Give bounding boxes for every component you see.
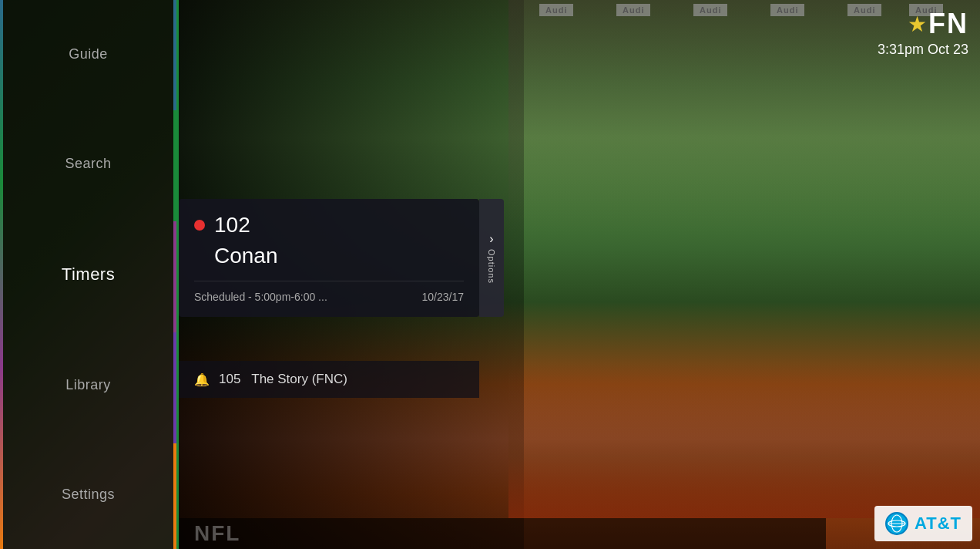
audi-banner-2: Audi — [616, 4, 650, 16]
second-channel-show: The Story (FNC) — [251, 372, 347, 386]
timers-label: Timers — [62, 264, 115, 285]
channel-schedule: Scheduled - 5:00pm-6:00 ... 10/23/17 — [194, 281, 464, 303]
second-channel-info: 105 The Story (FNC) — [219, 372, 347, 387]
schedule-date: 10/23/17 — [422, 291, 465, 303]
att-icon — [885, 512, 908, 535]
sidebar-item-guide[interactable]: Guide — [0, 31, 176, 78]
second-channel-number: 105 — [219, 372, 240, 386]
sidebar-item-search[interactable]: Search — [0, 140, 176, 187]
channel-card: 102 Conan Scheduled - 5:00pm-6:00 ... 10… — [179, 199, 479, 317]
audi-banner-5: Audi — [847, 4, 881, 16]
fn-star-icon: ★ — [908, 12, 927, 37]
settings-label: Settings — [62, 487, 115, 503]
options-tab[interactable]: › Options — [479, 199, 504, 317]
options-label: Options — [487, 249, 496, 284]
recording-dot — [194, 220, 205, 231]
field-bottom — [508, 364, 980, 518]
library-label: Library — [65, 377, 111, 393]
bottom-bar: NFL — [179, 518, 826, 549]
att-text: AT&T — [915, 514, 962, 534]
audi-banner-3: Audi — [693, 4, 727, 16]
bell-icon: 🔔 — [194, 372, 210, 387]
search-label: Search — [65, 156, 111, 172]
show-name: Conan — [194, 244, 464, 268]
broadcast-time: 3:31pm Oct 23 — [878, 42, 968, 58]
schedule-label: Scheduled - 5:00pm-6:00 ... — [194, 291, 327, 303]
fn-overlay: ★ FN 3:31pm Oct 23 — [878, 8, 968, 58]
sidebar: Guide Search Timers Library Settings — [0, 0, 179, 549]
channel-number: 102 — [214, 213, 250, 237]
audi-banner-1: Audi — [539, 4, 573, 16]
options-arrow-icon: › — [489, 232, 493, 246]
channel-number-row: 102 — [194, 213, 464, 237]
sidebar-item-library[interactable]: Library — [0, 362, 176, 409]
guide-label: Guide — [69, 46, 108, 62]
sidebar-item-timers[interactable]: Timers — [0, 249, 176, 300]
fn-text: FN — [928, 8, 968, 40]
fn-logo: ★ FN — [908, 8, 968, 40]
sidebar-item-settings[interactable]: Settings — [0, 471, 176, 518]
audi-banner-4: Audi — [770, 4, 804, 16]
nfl-text: NFL — [179, 521, 240, 546]
att-logo: AT&T — [874, 506, 972, 541]
second-channel-row[interactable]: 🔔 105 The Story (FNC) — [179, 361, 479, 398]
